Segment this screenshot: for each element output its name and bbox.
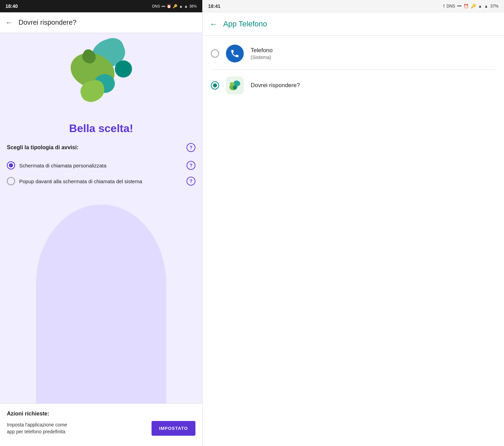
status-icons-right: f DNS ••• ⏰ 🔑 ▲ ▲ 37%	[443, 4, 499, 9]
option-row-1[interactable]: Schermata di chiamata personalizzata ?	[7, 157, 195, 173]
blob-5	[115, 60, 132, 78]
wifi-icon-right: ▲	[478, 4, 482, 9]
radio-inner-1	[9, 163, 13, 167]
facebook-icon: f	[443, 4, 444, 9]
signal-icon-right: ▲	[484, 4, 488, 9]
option-left-1: Schermata di chiamata personalizzata	[7, 161, 106, 169]
top-bar-left: ← Dovrei rispondere?	[0, 12, 202, 33]
back-button-left[interactable]: ←	[5, 18, 13, 27]
radio-telefono[interactable]	[211, 49, 219, 58]
dovrei-info: Dovrei rispondere?	[251, 82, 496, 89]
blob-group	[63, 40, 139, 115]
right-panel: 18:41 f DNS ••• ⏰ 🔑 ▲ ▲ 37% ← App Telefo…	[202, 0, 504, 446]
top-bar-right: ← App Telefono	[203, 12, 504, 36]
battery-left: 38%	[189, 4, 197, 8]
telefono-name: Telefono	[251, 47, 496, 54]
wifi-icon-left: ▲	[179, 4, 183, 8]
radio-dovrei[interactable]	[211, 81, 219, 90]
page-title-right: App Telefono	[223, 20, 267, 28]
back-button-right[interactable]: ←	[209, 19, 218, 29]
telefono-subtitle: (Sistema)	[251, 55, 496, 60]
status-bar-right: 18:41 f DNS ••• ⏰ 🔑 ▲ ▲ 37%	[203, 0, 504, 12]
time-right: 18:41	[208, 3, 220, 9]
radio-button-2[interactable]	[7, 177, 15, 185]
alarm-icon-right: ⏰	[464, 4, 469, 9]
dns-label-right: DNS	[446, 4, 455, 9]
key-icon-right: 🔑	[471, 4, 476, 9]
telefono-info: Telefono (Sistema)	[251, 47, 496, 60]
section-label: Scegli la tipologia di avvisi:	[7, 144, 79, 151]
illustration	[63, 40, 139, 115]
svg-point-3	[233, 85, 237, 90]
section-header: Scegli la tipologia di avvisi: ?	[7, 143, 195, 152]
status-bar-left: 18:40 DNS ••• ⏰ 🔑 ▲ ▲ 38%	[0, 0, 202, 12]
time-left: 18:40	[5, 3, 18, 9]
impostato-button[interactable]: IMPOSTATO	[152, 421, 195, 436]
dots-right: •••	[457, 4, 462, 9]
left-panel: 18:40 DNS ••• ⏰ 🔑 ▲ ▲ 38% ← Dovrei rispo…	[0, 0, 202, 446]
options-section: Scegli la tipologia di avvisi: ? Scherma…	[0, 143, 202, 189]
dovrei-name: Dovrei rispondere?	[251, 82, 496, 89]
azioni-label: Azioni richieste:	[7, 411, 195, 417]
option-text-2: Popup davanti alla schermata di chiamata…	[19, 178, 142, 184]
telefono-icon	[226, 45, 244, 62]
blob-background	[36, 204, 166, 403]
dns-label-left: DNS	[152, 4, 160, 8]
app-item-telefono[interactable]: Telefono (Sistema)	[203, 39, 504, 68]
alarm-icon: ⏰	[167, 4, 171, 9]
signal-icon-left: ▲	[184, 4, 188, 8]
page-title-left: Dovrei rispondere?	[19, 19, 76, 26]
radio-button-1[interactable]	[7, 161, 15, 169]
key-icon: 🔑	[173, 4, 178, 9]
option-left-2: Popup davanti alla schermata di chiamata…	[7, 177, 142, 185]
action-description: Imposta l'applicazione come app per tele…	[7, 422, 75, 435]
help-icon-section[interactable]: ?	[187, 143, 195, 152]
status-icons-left: DNS ••• ⏰ 🔑 ▲ ▲ 38%	[152, 4, 197, 9]
bottom-action-area: Azioni richieste: Imposta l'applicazione…	[0, 403, 202, 446]
action-row: Imposta l'applicazione come app per tele…	[7, 421, 195, 436]
help-icon-option2[interactable]: ?	[187, 177, 195, 186]
dots-left: •••	[161, 4, 166, 8]
option-row-2[interactable]: Popup davanti alla schermata di chiamata…	[7, 173, 195, 189]
phone-svg	[230, 49, 240, 58]
bella-scelta-heading: Bella scelta!	[69, 122, 133, 135]
radio-dovrei-inner	[213, 83, 217, 87]
app-item-dovrei[interactable]: Dovrei rispondere?	[203, 71, 504, 100]
battery-right: 37%	[490, 4, 499, 9]
app-list: Telefono (Sistema)	[203, 36, 504, 446]
dovrei-svg	[226, 77, 244, 94]
divider	[211, 69, 496, 70]
option-text-1: Schermata di chiamata personalizzata	[19, 163, 106, 168]
dovrei-app-icon	[226, 77, 244, 94]
help-icon-option1[interactable]: ?	[187, 161, 195, 170]
left-content: Bella scelta! Scegli la tipologia di avv…	[0, 33, 202, 403]
